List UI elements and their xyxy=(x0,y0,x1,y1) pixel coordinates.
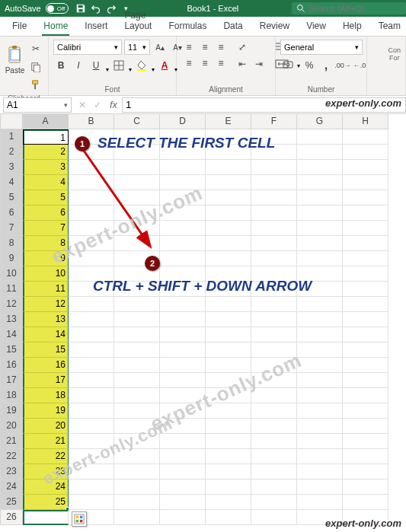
cell-H12[interactable] xyxy=(343,297,388,312)
autosave-toggle[interactable]: AutoSave Off xyxy=(0,3,73,14)
cell-B14[interactable] xyxy=(69,327,114,342)
cell-H11[interactable] xyxy=(343,282,388,297)
cell-F4[interactable] xyxy=(251,175,297,190)
select-all-corner[interactable] xyxy=(0,114,23,129)
align-middle-icon[interactable]: ≡ xyxy=(197,40,213,55)
cell-A26[interactable] xyxy=(23,510,69,525)
cell-A11[interactable]: 11 xyxy=(23,282,69,297)
cell-D7[interactable] xyxy=(160,221,206,236)
cell-B20[interactable] xyxy=(69,419,114,434)
percent-format-icon[interactable]: % xyxy=(302,58,317,73)
accounting-dropdown-icon[interactable]: ▾ xyxy=(297,62,300,69)
cell-G20[interactable] xyxy=(297,419,343,434)
fill-dropdown-icon[interactable]: ▾ xyxy=(152,66,155,73)
cell-B13[interactable] xyxy=(69,312,114,327)
cell-G14[interactable] xyxy=(297,327,343,342)
cell-C12[interactable] xyxy=(114,297,160,312)
cell-E3[interactable] xyxy=(206,160,251,175)
conditional-formatting-hint[interactable]: ConFor xyxy=(388,40,401,62)
rowhead-25[interactable]: 25 xyxy=(0,495,23,510)
cell-D13[interactable] xyxy=(160,312,206,327)
cell-G25[interactable] xyxy=(297,495,343,510)
cell-E26[interactable] xyxy=(206,510,251,525)
cell-H6[interactable] xyxy=(343,205,388,221)
cell-F24[interactable] xyxy=(251,479,297,495)
cell-C19[interactable] xyxy=(114,403,160,419)
tab-page-layout[interactable]: Page Layout xyxy=(117,7,159,36)
cell-H4[interactable] xyxy=(343,175,388,190)
cell-C6[interactable] xyxy=(114,205,160,221)
namebox-dropdown-icon[interactable]: ▾ xyxy=(64,101,68,109)
cell-D18[interactable] xyxy=(160,388,206,403)
cell-E15[interactable] xyxy=(206,342,251,358)
copy-icon[interactable] xyxy=(28,59,43,75)
cell-C20[interactable] xyxy=(114,419,160,434)
italic-button[interactable]: I xyxy=(71,58,86,73)
cell-B8[interactable] xyxy=(69,236,114,251)
rowhead-20[interactable]: 20 xyxy=(0,419,23,434)
cell-B19[interactable] xyxy=(69,403,114,419)
cell-H7[interactable] xyxy=(343,221,388,236)
rowhead-2[interactable]: 2 xyxy=(0,145,23,160)
cell-G18[interactable] xyxy=(297,388,343,403)
increase-font-icon[interactable]: A▴ xyxy=(152,40,168,55)
colhead-B[interactable]: B xyxy=(69,114,114,129)
cell-C15[interactable] xyxy=(114,342,160,358)
cell-A3[interactable]: 3 xyxy=(23,160,69,175)
tab-home[interactable]: Home xyxy=(36,18,75,36)
cell-A1[interactable]: 1 xyxy=(23,129,69,145)
cell-E20[interactable] xyxy=(206,419,251,434)
rowhead-13[interactable]: 13 xyxy=(0,312,23,327)
cell-C4[interactable] xyxy=(114,175,160,190)
cell-E25[interactable] xyxy=(206,495,251,510)
colhead-H[interactable]: H xyxy=(343,114,388,129)
rowhead-19[interactable]: 19 xyxy=(0,403,23,419)
enter-formula-icon[interactable]: ✓ xyxy=(90,97,105,113)
cell-B18[interactable] xyxy=(69,388,114,403)
rowhead-16[interactable]: 16 xyxy=(0,358,23,373)
cell-B24[interactable] xyxy=(69,479,114,495)
cell-H3[interactable] xyxy=(343,160,388,175)
cell-F17[interactable] xyxy=(251,373,297,388)
tab-file[interactable]: File xyxy=(5,18,34,36)
rowhead-17[interactable]: 17 xyxy=(0,373,23,388)
cell-C21[interactable] xyxy=(114,434,160,449)
cell-D14[interactable] xyxy=(160,327,206,342)
cell-H5[interactable] xyxy=(343,190,388,205)
fx-icon[interactable]: fx xyxy=(105,100,122,110)
cell-G3[interactable] xyxy=(297,160,343,175)
align-left-icon[interactable]: ≡ xyxy=(181,56,197,71)
cell-A7[interactable]: 7 xyxy=(23,221,69,236)
cell-B17[interactable] xyxy=(69,373,114,388)
rowhead-14[interactable]: 14 xyxy=(0,327,23,342)
decrease-indent-icon[interactable]: ⇤ xyxy=(235,56,250,72)
cell-E14[interactable] xyxy=(206,327,251,342)
name-box[interactable]: A1 ▾ xyxy=(3,97,72,113)
quick-analysis-button[interactable] xyxy=(72,511,87,527)
cell-E17[interactable] xyxy=(206,373,251,388)
cell-C17[interactable] xyxy=(114,373,160,388)
cell-B7[interactable] xyxy=(69,221,114,236)
cell-G7[interactable] xyxy=(297,221,343,236)
cell-D23[interactable] xyxy=(160,464,206,479)
cell-F21[interactable] xyxy=(251,434,297,449)
tab-review[interactable]: Review xyxy=(252,18,297,36)
cell-D16[interactable] xyxy=(160,358,206,373)
cell-H16[interactable] xyxy=(343,358,388,373)
fill-color-icon[interactable] xyxy=(134,58,149,73)
rowhead-11[interactable]: 11 xyxy=(0,282,23,297)
cell-A9[interactable]: 9 xyxy=(23,251,69,266)
cell-A4[interactable]: 4 xyxy=(23,175,69,190)
tab-view[interactable]: View xyxy=(299,18,334,36)
underline-button[interactable]: U xyxy=(88,58,104,73)
font-color-icon[interactable]: A xyxy=(157,58,172,73)
cell-D3[interactable] xyxy=(160,160,206,175)
colhead-D[interactable]: D xyxy=(160,114,206,129)
cell-F13[interactable] xyxy=(251,312,297,327)
cell-C26[interactable] xyxy=(114,510,160,525)
rowhead-15[interactable]: 15 xyxy=(0,342,23,358)
cell-E8[interactable] xyxy=(206,236,251,251)
align-center-icon[interactable]: ≡ xyxy=(197,56,213,71)
cell-C13[interactable] xyxy=(114,312,160,327)
rowhead-7[interactable]: 7 xyxy=(0,221,23,236)
